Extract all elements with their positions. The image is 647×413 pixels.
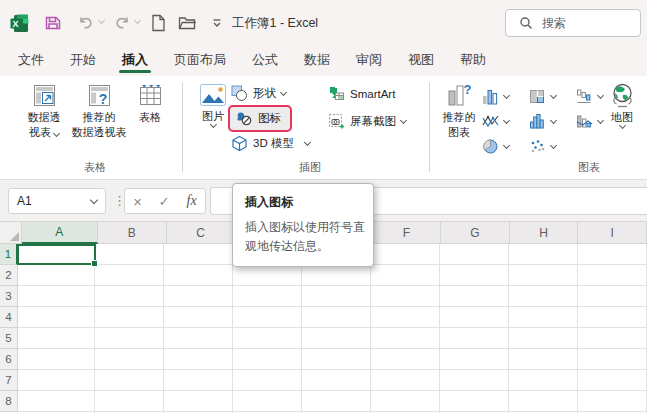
screenshot-button[interactable]: 屏幕截图 bbox=[328, 113, 406, 130]
hierarchy-chart-button[interactable] bbox=[529, 84, 576, 109]
histogram-chart-button[interactable] bbox=[529, 109, 576, 134]
svg-text:?: ? bbox=[463, 82, 471, 97]
smartart-icon bbox=[328, 85, 345, 102]
recommended-pivottables-button[interactable]: ? 推荐的 数据透视表 bbox=[70, 82, 128, 139]
tab-insert[interactable]: 插入 bbox=[109, 46, 161, 76]
recommended-pivottables-icon: ? bbox=[86, 82, 113, 109]
recommended-charts-icon: ? bbox=[446, 82, 473, 109]
illustrations-group-label: 插图 bbox=[299, 160, 321, 175]
maps-button[interactable]: 地图 bbox=[600, 82, 644, 128]
row-header-2[interactable]: 2 bbox=[0, 265, 18, 286]
row-header-7[interactable]: 7 bbox=[0, 370, 18, 391]
row-header-6[interactable]: 6 bbox=[0, 349, 18, 370]
svg-text:X: X bbox=[12, 18, 18, 28]
gridlines bbox=[18, 244, 647, 413]
search-placeholder: 搜索 bbox=[542, 15, 566, 32]
search-icon bbox=[519, 16, 533, 30]
tab-page-layout[interactable]: 页面布局 bbox=[161, 46, 239, 76]
tables-group-label: 表格 bbox=[84, 160, 106, 175]
column-header-i[interactable]: I bbox=[578, 222, 647, 244]
excel-window: X bbox=[0, 0, 647, 413]
shapes-dropdown-icon[interactable] bbox=[280, 88, 287, 95]
screenshot-dropdown-icon[interactable] bbox=[400, 116, 407, 123]
column-header-f[interactable]: F bbox=[373, 222, 442, 244]
ribbon: 数据透 视表 ? 推荐的 数据透视表 bbox=[0, 76, 647, 180]
selected-cell-a1[interactable] bbox=[17, 244, 96, 265]
name-box-dropdown-icon[interactable] bbox=[90, 195, 98, 203]
scatter-chart-button[interactable] bbox=[529, 134, 576, 159]
3d-models-button[interactable]: 3D 模型 bbox=[231, 135, 310, 152]
pivottable-button[interactable]: 数据透 视表 bbox=[18, 82, 70, 139]
pictures-icon bbox=[198, 82, 228, 108]
redo-icon[interactable] bbox=[112, 13, 132, 33]
icons-icon bbox=[236, 110, 253, 127]
charts-group-label: 图表 bbox=[578, 160, 600, 175]
maps-dropdown-icon[interactable] bbox=[618, 122, 625, 129]
svg-text:?: ? bbox=[98, 91, 107, 107]
row-headers: 1 2 3 4 5 6 7 8 bbox=[0, 244, 18, 413]
pictures-dropdown-icon[interactable] bbox=[209, 121, 216, 128]
ribbon-tab-bar: 文件 开始 插入 页面布局 公式 数据 审阅 视图 帮助 bbox=[0, 46, 647, 76]
column-header-a[interactable]: A bbox=[22, 222, 98, 244]
tab-home[interactable]: 开始 bbox=[57, 46, 109, 76]
table-button[interactable]: 表格 bbox=[130, 82, 170, 124]
line-chart-button[interactable] bbox=[482, 109, 529, 134]
tab-data[interactable]: 数据 bbox=[291, 46, 343, 76]
enter-check-icon[interactable]: ✓ bbox=[159, 194, 170, 209]
excel-logo-icon: X bbox=[9, 13, 29, 33]
save-icon[interactable] bbox=[43, 13, 63, 33]
tab-help[interactable]: 帮助 bbox=[447, 46, 499, 76]
pivottable-icon bbox=[31, 82, 58, 109]
name-box-value: A1 bbox=[17, 194, 32, 208]
icons-tooltip: 插入图标 插入图标以使用符号直观地传达信息。 bbox=[232, 183, 374, 267]
insert-function-icon[interactable]: fx bbox=[187, 193, 197, 209]
smartart-button[interactable]: SmartArt bbox=[328, 85, 395, 102]
3d-models-dropdown-icon[interactable] bbox=[304, 138, 311, 145]
line-chart-dropdown-icon[interactable] bbox=[503, 116, 510, 123]
open-folder-icon[interactable] bbox=[177, 13, 197, 33]
row-header-3[interactable]: 3 bbox=[0, 286, 18, 307]
ribbon-group-tables: 数据透 视表 ? 推荐的 数据透视表 bbox=[0, 76, 183, 179]
row-header-4[interactable]: 4 bbox=[0, 307, 18, 328]
column-header-h[interactable]: H bbox=[510, 222, 579, 244]
search-box[interactable]: 搜索 bbox=[505, 9, 641, 37]
3d-model-cube-icon bbox=[231, 135, 248, 152]
pie-chart-button[interactable] bbox=[482, 134, 529, 159]
undo-icon[interactable] bbox=[76, 13, 96, 33]
name-box[interactable]: A1 bbox=[8, 188, 106, 214]
tab-view[interactable]: 视图 bbox=[395, 46, 447, 76]
row-header-5[interactable]: 5 bbox=[0, 328, 18, 349]
column-header-c[interactable]: C bbox=[167, 222, 236, 244]
document-title: 工作簿1 - Excel bbox=[232, 15, 318, 32]
pivottable-dropdown-icon[interactable] bbox=[53, 130, 60, 137]
column-chart-dropdown-icon[interactable] bbox=[503, 91, 510, 98]
tooltip-body: 插入图标以使用符号直观地传达信息。 bbox=[245, 218, 365, 256]
pie-chart-dropdown-icon[interactable] bbox=[503, 141, 510, 148]
cancel-icon[interactable]: × bbox=[133, 193, 142, 210]
shapes-icon bbox=[231, 85, 248, 102]
scatter-chart-dropdown-icon[interactable] bbox=[550, 141, 557, 148]
shapes-button[interactable]: 形状 bbox=[231, 85, 286, 102]
icons-button[interactable]: 图标 bbox=[228, 105, 292, 132]
ribbon-group-illustrations: 图片 形状 bbox=[183, 76, 430, 179]
tab-formulas[interactable]: 公式 bbox=[239, 46, 291, 76]
hierarchy-chart-dropdown-icon[interactable] bbox=[550, 91, 557, 98]
row-header-8[interactable]: 8 bbox=[0, 391, 18, 412]
column-header-g[interactable]: G bbox=[441, 222, 510, 244]
histogram-chart-dropdown-icon[interactable] bbox=[550, 116, 557, 123]
ribbon-group-charts: ? 推荐的 图表 bbox=[430, 76, 647, 179]
tab-review[interactable]: 审阅 bbox=[343, 46, 395, 76]
quick-access-more-icon[interactable] bbox=[207, 13, 227, 33]
row-header-1[interactable]: 1 bbox=[0, 244, 18, 265]
recommended-charts-button[interactable]: ? 推荐的 图表 bbox=[436, 82, 482, 139]
cell-grid[interactable] bbox=[18, 244, 647, 413]
column-header-b[interactable]: B bbox=[98, 222, 167, 244]
select-all-corner[interactable] bbox=[0, 222, 22, 244]
column-chart-button[interactable] bbox=[482, 84, 529, 109]
globe-map-icon bbox=[609, 82, 636, 109]
redo-dropdown-icon[interactable] bbox=[134, 17, 141, 24]
undo-dropdown-icon[interactable] bbox=[98, 17, 105, 24]
tab-file[interactable]: 文件 bbox=[5, 46, 57, 76]
formula-buttons: × ✓ fx bbox=[124, 188, 206, 214]
new-file-icon[interactable] bbox=[148, 13, 168, 33]
